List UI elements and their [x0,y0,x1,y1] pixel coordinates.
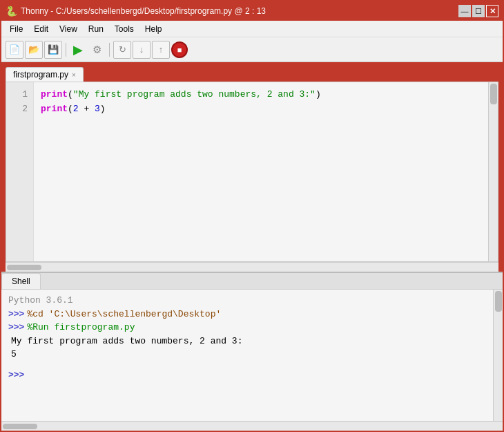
menu-view[interactable]: View [54,23,83,35]
shell-final-prompt: >>> [8,368,24,382]
window-title: Thonny - C:/Users/schellenbergd/Desktop/… [21,6,266,16]
editor-container: firstprogram.py × 1 2 print("My first pr… [1,62,503,272]
shell-prompt-2: >>> [8,321,24,335]
editor-body[interactable]: 1 2 print("My first program adds two num… [6,82,498,262]
toolbar-sep-1 [66,43,66,57]
shell-container: Shell Python 3.6.1 >>> %cd 'C:\Users\sch… [1,272,503,431]
tab-close-icon[interactable]: × [72,71,76,79]
debug-button[interactable]: ⚙ [88,41,106,59]
minimize-button[interactable]: — [458,5,471,17]
shell-tab[interactable]: Shell [1,273,41,289]
shell-cmd2-text: %Run firstprogram.py [27,321,135,335]
menu-file[interactable]: File [4,23,28,35]
stop-button[interactable]: ■ [171,41,188,58]
tab-filename: firstprogram.py [13,70,68,79]
shell-output-1: My first program adds two numbers, 2 and… [8,335,496,348]
shell-h-scrollbar-thumb [3,424,37,429]
shell-version: Python 3.6.1 [8,294,496,308]
shell-h-scrollbar[interactable] [1,421,503,431]
shell-cmd1-text: %cd 'C:\Users\schellenbergd\Desktop' [27,308,221,321]
menu-bar: File Edit View Run Tools Help [1,21,503,37]
line-number-1: 1 [12,88,28,102]
shell-cmd2-line: >>> %Run firstprogram.py [8,321,496,335]
shell-content[interactable]: Python 3.6.1 >>> %cd 'C:\Users\schellenb… [1,290,503,421]
shell-v-scrollbar[interactable] [493,290,503,421]
close-button[interactable]: ✕ [486,5,498,17]
save-file-button[interactable]: 💾 [44,41,62,59]
shell-cmd1-line: >>> %cd 'C:\Users\schellenbergd\Desktop' [8,308,496,321]
step-over-button[interactable]: ↻ [113,41,131,59]
editor-h-scrollbar[interactable] [6,262,498,272]
step-out-button[interactable]: ↑ [152,41,170,59]
editor-v-scrollbar-thumb [490,84,497,104]
toolbar-sep-2 [109,43,110,57]
line-numbers: 1 2 [6,82,34,261]
app-icon: 🐍 [6,6,17,17]
title-bar: 🐍 Thonny - C:/Users/schellenbergd/Deskto… [1,1,503,21]
menu-run[interactable]: Run [83,23,109,35]
step-into-button[interactable]: ↓ [133,41,151,59]
shell-v-scrollbar-thumb [495,291,502,312]
shell-prompt-1: >>> [8,308,24,321]
editor-v-scrollbar[interactable] [488,82,498,261]
editor-h-scrollbar-thumb [7,265,41,270]
title-bar-controls: — ☐ ✕ [458,5,498,17]
menu-help[interactable]: Help [139,23,168,35]
editor-tab-firstprogram[interactable]: firstprogram.py × [6,67,84,82]
toolbar: 📄 📂 💾 ▶ ⚙ ↻ ↓ ↑ ■ [1,37,503,62]
shell-tab-bar: Shell [1,273,503,290]
title-bar-left: 🐍 Thonny - C:/Users/schellenbergd/Deskto… [6,6,266,17]
shell-output-2: 5 [8,348,496,361]
shell-prompt-line: >>> [8,368,496,382]
code-editor[interactable]: print("My first program adds two numbers… [34,82,498,261]
shell-spacer [8,361,496,368]
open-file-button[interactable]: 📂 [25,41,43,59]
main-window: 🐍 Thonny - C:/Users/schellenbergd/Deskto… [0,0,504,432]
line-number-2: 2 [12,102,28,117]
maximize-button[interactable]: ☐ [472,5,485,17]
menu-edit[interactable]: Edit [28,23,54,35]
editor-tab-bar: firstprogram.py × [6,66,498,82]
run-button[interactable]: ▶ [70,41,86,59]
new-file-button[interactable]: 📄 [6,41,23,59]
menu-tools[interactable]: Tools [109,23,139,35]
